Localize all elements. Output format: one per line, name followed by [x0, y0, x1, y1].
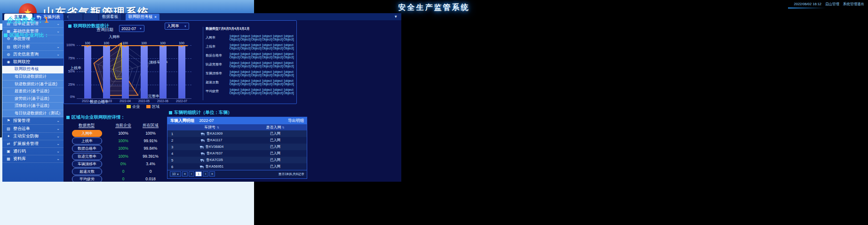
sidebar-menu-item[interactable]: ▣ 通行码 ⌄: [2, 148, 64, 155]
row-values: [object Object][object Object][object Ob…: [229, 88, 294, 95]
legend-label: 企业: [132, 104, 140, 109]
first-page-button[interactable]: «: [182, 171, 188, 177]
query-date-select[interactable]: 2022-07 ▼: [119, 25, 144, 32]
records-summary: 显示1到6,共6记录: [278, 172, 304, 177]
dropdown-arrow-icon: ▼: [139, 27, 142, 30]
page-number-input[interactable]: 1: [195, 171, 202, 177]
row-values: [object Object][object Object][object Ob…: [229, 52, 294, 59]
sidebar-menu-item[interactable]: ⇄ 扩展服务管理 ⌄: [2, 140, 64, 148]
region-value: 3.4%: [139, 161, 162, 166]
vehicle-row[interactable]: 1 鲁KA1909 已入网: [167, 130, 307, 137]
submenu-item-label: 每日轨迹数据统计（测试）: [15, 111, 63, 116]
plate-number: 鲁KA7637: [207, 151, 223, 156]
chevron-down-icon[interactable]: ▾: [395, 14, 397, 19]
truck-icon: [201, 139, 205, 142]
status-cell: 已入网: [247, 131, 304, 136]
bar: [84, 46, 91, 98]
dropdown-arrow-icon: ▼: [176, 173, 179, 176]
sidebar-menu-item[interactable]: ⚑ 报警管理 ⌄: [2, 117, 64, 125]
cell-value: [object Object]: [251, 61, 262, 68]
menu-item-label: 整合运单: [13, 126, 30, 132]
month-table-row: 入网率 [object Object][object Object][objec…: [206, 33, 295, 42]
page-size-select[interactable]: 10 ▼: [170, 171, 181, 177]
detail-table: 入网率 100% 100% 上线率 100% 99.91%: [64, 129, 165, 182]
sidebar-menu-item[interactable]: ✦ 主动安全防御 ⌄: [2, 133, 64, 140]
metric-label: 车辆漂移率: [78, 161, 96, 167]
prev-page-button[interactable]: ‹: [189, 171, 194, 177]
vehicle-row[interactable]: 4 鲁KA7637 已入网: [167, 150, 307, 157]
next-page-button[interactable]: ›: [203, 171, 208, 177]
caret-down-icon: ⌄: [56, 142, 60, 146]
tab-network-assessment[interactable]: 联网联控考核 ×: [126, 14, 159, 20]
sidebar-submenu-item[interactable]: 每日轨迹数据统计（测试）: [2, 110, 64, 118]
export-button[interactable]: 导出明细: [288, 118, 304, 124]
row-metric-label: 数据合格率: [206, 53, 229, 58]
vehicle-row[interactable]: 3 鲁KV36804 已入网: [167, 144, 307, 150]
logout-link[interactable]: 系统管理退出: [843, 2, 864, 7]
row-values: [object Object][object Object][object Ob…: [229, 43, 294, 50]
tab-hidden-2[interactable]: [84, 14, 98, 20]
sidebar-submenu-item[interactable]: 每日轨迹数据统计: [2, 73, 64, 81]
metric-pill-button[interactable]: 入网率: [72, 130, 102, 137]
cell-value: [object Object]: [283, 88, 294, 95]
legend-item: 企业: [127, 104, 140, 109]
sidebar-menu-item[interactable]: ▨ 统计分析 ⌄: [2, 43, 64, 51]
sort-icon[interactable]: ⇅: [217, 126, 219, 129]
sidebar-submenu-item[interactable]: 轨迹数据统计(基于运政): [2, 80, 64, 88]
sidebar-submenu-item[interactable]: 疲劳统计(基于运政): [2, 96, 64, 103]
detail-col-header: 所在区域: [139, 123, 162, 129]
section-bullet: [4, 33, 8, 37]
tab-hidden-1[interactable]: [68, 14, 82, 20]
x-tick: 2022-06: [153, 99, 172, 103]
detail-col-header: 数据类型: [72, 123, 101, 129]
sort-icon[interactable]: ⇅: [282, 126, 285, 129]
detail-row: 上线率 100% 99.91%: [64, 137, 165, 145]
plate-col-header[interactable]: 车牌号 ⇅: [177, 125, 247, 130]
sidebar-item-network-control[interactable]: ◉ 联网联控: [2, 58, 64, 66]
user-name[interactable]: 启山管理: [825, 2, 839, 7]
metric-pill-button[interactable]: 数据合格率: [72, 145, 102, 152]
sidebar-submenu-item[interactable]: 漂移统计(基于运政): [2, 103, 64, 110]
status-cell: 已入网: [247, 151, 304, 156]
month-table-row: 车辆漂移率 [object Object][object Object][obj…: [206, 69, 295, 78]
metric-label: 平均疲劳: [80, 177, 95, 182]
x-tick: 2022-05: [135, 99, 153, 103]
truck-icon: [200, 159, 205, 162]
metric-select[interactable]: 入网率 ▼: [165, 23, 189, 30]
tab-data-board[interactable]: 数据看板: [99, 14, 121, 20]
month-table-header: 数据类型7月6月5月4月3月2月: [206, 24, 295, 33]
vehicle-row[interactable]: 6 鲁KA56951 已入网: [167, 163, 307, 170]
y-tick: 0%: [64, 95, 75, 98]
metric-pill-button[interactable]: 车辆漂移率: [72, 161, 102, 168]
metric-pill-button[interactable]: 上线率: [72, 137, 102, 145]
sidebar-menu-item[interactable]: ▧ 整合运单 ⌄: [2, 125, 64, 132]
close-icon[interactable]: ×: [154, 15, 157, 19]
menu-item-icon: ▨: [6, 45, 11, 49]
menu-item-label: 统计分析: [13, 44, 30, 50]
region-value: 99.91%: [139, 138, 162, 143]
metric-pill-button[interactable]: 轨迹完整率: [72, 153, 102, 160]
sidebar-menu-item[interactable]: ▩ 资料库 ⌄: [2, 155, 64, 163]
metric-pill-button[interactable]: 平均疲劳: [72, 176, 102, 182]
sidebar-submenu-item[interactable]: 超速统计(基于运政): [2, 88, 64, 96]
bar-group: 100: [153, 39, 172, 98]
status-cell: 已入网: [247, 158, 304, 162]
vehicle-row[interactable]: 5 鲁KA7C05 已入网: [167, 157, 307, 163]
plate-cell: 鲁KA1909: [177, 131, 247, 136]
detail-row: 车辆漂移率 0% 3.4%: [64, 160, 165, 168]
sidebar-submenu-item[interactable]: 联网联控考核: [2, 66, 64, 73]
company-value: 0%: [111, 161, 135, 166]
legend-label: 区域: [152, 104, 159, 109]
cell-value: [object Object]: [262, 43, 272, 50]
x-tick: 2022-07: [172, 99, 191, 103]
sidebar-menu-item[interactable]: ◍ 历史信息查询 ⌄: [2, 51, 64, 58]
status-col-header[interactable]: 是否入网 ⇅: [247, 125, 304, 130]
vehicle-row[interactable]: 2 鲁KA1117 已入网: [167, 137, 307, 144]
last-page-button[interactable]: »: [209, 171, 215, 177]
vehicles-table-header: 车牌号 ⇅ 是否入网 ⇅: [167, 124, 307, 130]
detail-heading-text: 区域与企业联网联控详情：: [72, 114, 125, 121]
cell-value: [object Object]: [240, 61, 251, 68]
dashboard-sidebar: ▤ 违章处置管理 ⌄ ▦ 基础信息管理 ⌄ ⚙ 系统管理: [2, 20, 64, 182]
bar-value-label: 100: [122, 41, 128, 45]
metric-pill-button[interactable]: 超速次数: [72, 168, 102, 175]
